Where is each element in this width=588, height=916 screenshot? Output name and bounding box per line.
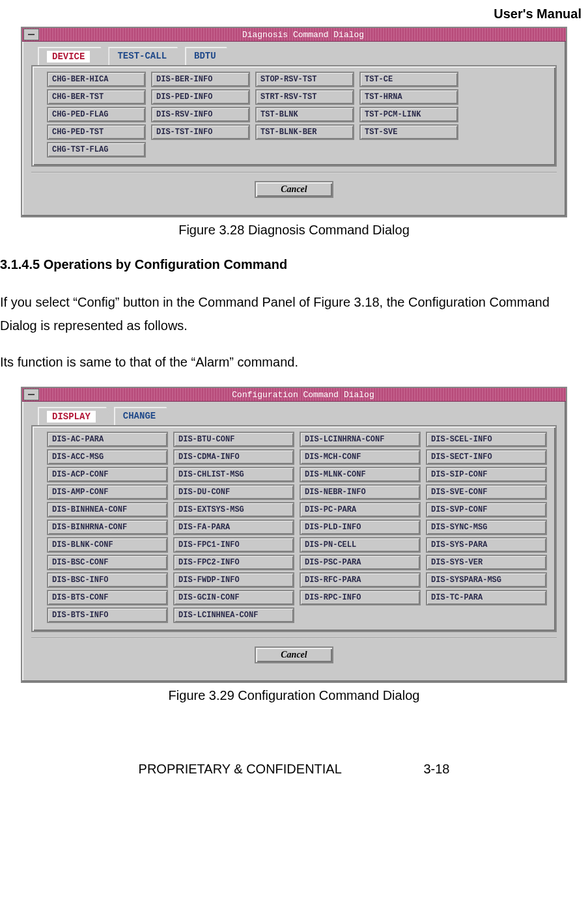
figure-caption-1: Figure 3.28 Diagnosis Command Dialog [0, 223, 588, 238]
command-button[interactable]: TST-PCM-LINK [359, 107, 458, 122]
command-button[interactable]: DIS-PC-PARA [300, 502, 421, 518]
diagnosis-tab-row: DEVICETEST-CALLBDTU [22, 42, 566, 65]
command-button[interactable]: DIS-FA-PARA [173, 520, 294, 535]
command-button[interactable]: DIS-BINHRNA-CONF [47, 520, 168, 535]
command-button[interactable]: DIS-FPC1-INFO [173, 537, 294, 553]
command-button[interactable]: TST-HRNA [359, 89, 458, 105]
command-button[interactable]: DIS-SCEL-INFO [426, 432, 547, 447]
section-heading: 3.1.4.5 Operations by Configuration Comm… [0, 257, 588, 272]
dash-icon [28, 34, 35, 35]
tab-change[interactable]: CHANGE [114, 407, 175, 425]
diagnosis-title-text: Diagnosis Command Dialog [40, 30, 566, 40]
command-button[interactable]: DIS-ACP-CONF [47, 467, 168, 482]
command-button[interactable]: DIS-LCINHNEA-CONF [173, 607, 294, 623]
command-button[interactable]: DIS-AMP-CONF [47, 484, 168, 500]
command-button[interactable]: DIS-MLNK-CONF [300, 467, 421, 482]
tab-test-call[interactable]: TEST-CALL [108, 47, 186, 65]
page-header-title: User's Manual [0, 7, 588, 27]
cancel-row: Cancel [22, 639, 566, 676]
command-button[interactable]: DIS-PN-CELL [300, 537, 421, 553]
command-button[interactable]: CHG-PED-FLAG [47, 107, 146, 122]
command-button[interactable]: DIS-PLD-INFO [300, 520, 421, 535]
cancel-button[interactable]: Cancel [255, 181, 333, 198]
tab-device[interactable]: DEVICE [38, 47, 109, 65]
command-button[interactable]: DIS-RSV-INFO [151, 107, 250, 122]
command-button[interactable]: DIS-SYS-PARA [426, 537, 547, 553]
command-button[interactable]: DIS-SYNC-MSG [426, 520, 547, 535]
command-button[interactable]: DIS-FPC2-INFO [173, 555, 294, 570]
command-button[interactable]: DIS-BINHNEA-CONF [47, 502, 168, 518]
cancel-row: Cancel [22, 173, 566, 211]
command-button[interactable]: DIS-SVE-CONF [426, 484, 547, 500]
command-button[interactable]: DIS-FWDP-INFO [173, 572, 294, 588]
configuration-titlebar: Configuration Command Dialog [22, 388, 566, 402]
command-button[interactable]: DIS-CHLIST-MSG [173, 467, 294, 482]
paragraph-2: Its function is same to that of the “Ala… [0, 350, 588, 374]
command-button[interactable]: TST-BLNK [255, 107, 354, 122]
command-button[interactable]: DIS-SYS-VER [426, 555, 547, 570]
system-menu-button[interactable] [23, 29, 39, 40]
tab-display[interactable]: DISPLAY [38, 407, 115, 425]
command-button[interactable]: DIS-PED-INFO [151, 89, 250, 105]
footer-page-number: 3-18 [423, 762, 449, 777]
command-button[interactable]: CHG-TST-FLAG [47, 142, 146, 158]
tab-label: TEST-CALL [117, 51, 167, 61]
command-button[interactable]: DIS-RFC-PARA [300, 572, 421, 588]
command-button[interactable]: DIS-SVP-CONF [426, 502, 547, 518]
configuration-title-text: Configuration Command Dialog [40, 390, 566, 400]
command-button[interactable]: DIS-ACC-MSG [47, 449, 168, 465]
command-button[interactable]: DIS-BER-INFO [151, 72, 250, 87]
page-footer: PROPRIETARY & CONFIDENTIAL 3-18 [0, 762, 588, 777]
command-button[interactable]: CHG-PED-TST [47, 124, 146, 140]
figure-caption-2: Figure 3.29 Configuration Command Dialog [0, 688, 588, 703]
configuration-command-panel: DIS-AC-PARADIS-BTU-CONFDIS-LCINHRNA-CONF… [31, 425, 557, 632]
command-button[interactable]: DIS-CDMA-INFO [173, 449, 294, 465]
command-button[interactable]: DIS-LCINHRNA-CONF [300, 432, 421, 447]
command-button[interactable]: DIS-BSC-INFO [47, 572, 168, 588]
tab-label: CHANGE [123, 411, 156, 421]
dash-icon [28, 394, 35, 395]
command-button[interactable]: TST-SVE [359, 124, 458, 140]
tab-bdtu[interactable]: BDTU [185, 47, 236, 65]
command-button[interactable]: DIS-GCIN-CONF [173, 590, 294, 605]
command-button[interactable]: DIS-TST-INFO [151, 124, 250, 140]
tab-label: DISPLAY [47, 411, 96, 423]
command-button[interactable]: DIS-MCH-CONF [300, 449, 421, 465]
command-button[interactable]: STOP-RSV-TST [255, 72, 354, 87]
command-button[interactable]: DIS-SYSPARA-MSG [426, 572, 547, 588]
configuration-tab-row: DISPLAYCHANGE [22, 402, 566, 425]
command-button[interactable]: DIS-BLNK-CONF [47, 537, 168, 553]
configuration-dialog: Configuration Command Dialog DISPLAYCHAN… [21, 387, 567, 683]
command-button[interactable]: DIS-SECT-INFO [426, 449, 547, 465]
command-button[interactable]: DIS-SIP-CONF [426, 467, 547, 482]
system-menu-button[interactable] [23, 389, 39, 400]
tab-label: DEVICE [47, 51, 90, 62]
footer-left-text: PROPRIETARY & CONFIDENTIAL [139, 762, 342, 777]
diagnosis-titlebar: Diagnosis Command Dialog [22, 28, 566, 42]
command-button[interactable]: DIS-AC-PARA [47, 432, 168, 447]
command-button[interactable]: TST-CE [359, 72, 458, 87]
diagnosis-command-panel: CHG-BER-HICADIS-BER-INFOSTOP-RSV-TSTTST-… [31, 65, 557, 167]
command-button[interactable]: DIS-TC-PARA [426, 590, 547, 605]
command-button[interactable]: CHG-BER-TST [47, 89, 146, 105]
command-button[interactable]: TST-BLNK-BER [255, 124, 354, 140]
cancel-button[interactable]: Cancel [255, 646, 333, 663]
command-button[interactable]: DIS-EXTSYS-MSG [173, 502, 294, 518]
command-button[interactable]: CHG-BER-HICA [47, 72, 146, 87]
command-button[interactable]: STRT-RSV-TST [255, 89, 354, 105]
command-button[interactable]: DIS-BTS-CONF [47, 590, 168, 605]
command-button[interactable]: DIS-BTS-INFO [47, 607, 168, 623]
command-button[interactable]: DIS-NEBR-INFO [300, 484, 421, 500]
command-button[interactable]: DIS-PSC-PARA [300, 555, 421, 570]
tab-label: BDTU [194, 51, 216, 61]
command-button[interactable]: DIS-BTU-CONF [173, 432, 294, 447]
command-button[interactable]: DIS-RPC-INFO [300, 590, 421, 605]
diagnosis-dialog: Diagnosis Command Dialog DEVICETEST-CALL… [21, 27, 567, 217]
command-button[interactable]: DIS-BSC-CONF [47, 555, 168, 570]
command-button[interactable]: DIS-DU-CONF [173, 484, 294, 500]
paragraph-1: If you select “Config” button in the Com… [0, 290, 588, 337]
